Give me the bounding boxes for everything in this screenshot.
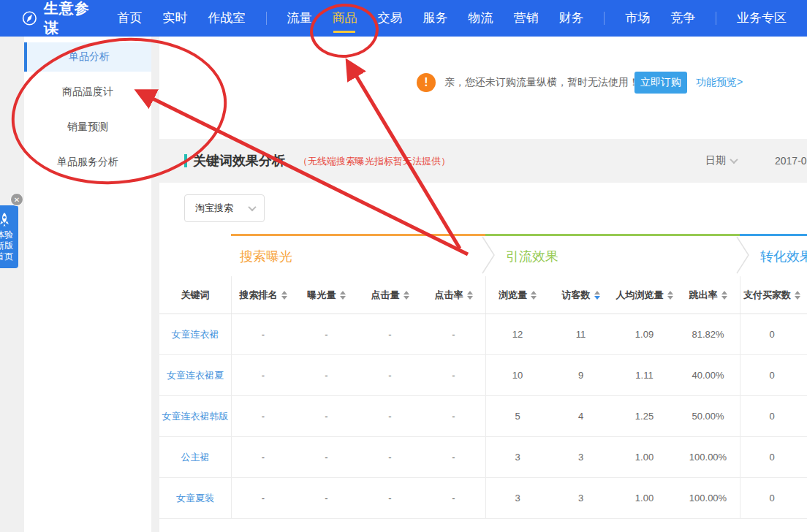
keyword-link[interactable]: 女童连衣裙韩版 <box>159 396 231 436</box>
nav-item-finance[interactable]: 财务 <box>558 0 583 37</box>
nav-item-competition[interactable]: 竞争 <box>670 0 695 37</box>
sidebar: 单品分析 商品温度计 销量预测 单品服务分析 <box>24 37 151 532</box>
chevron-down-icon <box>730 156 738 164</box>
column-header-label: 浏览量 <box>499 289 527 302</box>
cell-value: - <box>295 478 358 518</box>
search-source-dropdown[interactable]: 淘宝搜索 <box>184 194 265 222</box>
cell-value: - <box>295 437 358 477</box>
nav-item-realtime[interactable]: 实时 <box>163 0 188 37</box>
cell-value: - <box>231 478 295 518</box>
cell-value: 0 <box>740 437 803 477</box>
rocket-icon <box>0 212 12 228</box>
cell-value: 50.00% <box>676 396 740 436</box>
cell-value: 3 <box>549 437 613 477</box>
keyword-table: 搜索曝光 引流效果 转化效果 关键词 搜索排名 曝光量 点击量 点击率 浏览量 … <box>159 234 807 519</box>
keyword-link[interactable]: 公主裙 <box>159 437 231 477</box>
subscription-notice: ! 亲，您还未订购流量纵横，暂时无法使用！ 立即订购 功能预览> <box>159 64 807 101</box>
sort-icon <box>795 291 800 300</box>
keyword-link[interactable]: 女童夏装 <box>159 478 231 518</box>
cell-value: 100.00% <box>676 478 740 518</box>
cell-clipped <box>803 396 807 436</box>
cell-value: - <box>231 314 295 354</box>
nav-item-logistics[interactable]: 物流 <box>468 0 493 37</box>
main-panel: ! 亲，您还未订购流量纵横，暂时无法使用！ 立即订购 功能预览> 关键词效果分析… <box>159 37 807 532</box>
cell-value: 1.11 <box>613 355 676 395</box>
date-label: 日期 <box>705 154 726 167</box>
nav-item-warroom[interactable]: 作战室 <box>208 0 246 37</box>
date-value: 2017-0 <box>775 155 807 167</box>
cell-value: 0 <box>740 478 803 518</box>
keyword-link[interactable]: 女童连衣裙夏 <box>159 355 231 395</box>
column-header-label: 人均浏览量 <box>616 289 664 302</box>
column-header-label: 访客数 <box>562 289 591 302</box>
top-nav: 生意参谋 首页 实时 作战室 流量 商品 交易 服务 物流 营销 财务 市场 竞… <box>0 0 807 37</box>
cell-value: 5 <box>485 396 549 436</box>
sidebar-item-item-service-analysis[interactable]: 单品服务分析 <box>24 148 151 177</box>
brand-name: 生意参谋 <box>44 0 93 38</box>
column-header-exposure[interactable]: 曝光量 <box>295 276 358 314</box>
column-header-label: 搜索排名 <box>240 289 278 302</box>
cell-clipped <box>803 437 807 477</box>
table-row: 女童夏装 - - - - 3 3 1.00 100.00% 0 <box>159 478 807 519</box>
new-version-badge[interactable]: 体验 新版 首页 <box>0 205 18 268</box>
cell-value: 1.09 <box>613 314 676 354</box>
table-group-row: 搜索曝光 引流效果 转化效果 <box>159 234 807 276</box>
column-header-visitors[interactable]: 访客数 <box>549 276 613 314</box>
cell-value: 11 <box>549 314 613 354</box>
table-header-row: 关键词 搜索排名 曝光量 点击量 点击率 浏览量 访客数 人均浏览量 跳出率 支… <box>159 276 807 314</box>
column-header-avg-pageviews[interactable]: 人均浏览量 <box>613 276 676 314</box>
feature-preview-link[interactable]: 功能预览> <box>696 76 743 89</box>
badge-line: 首页 <box>0 251 13 262</box>
keyword-link[interactable]: 女童连衣裙 <box>159 314 231 354</box>
section-header: 关键词效果分析 （无线端搜索曝光指标暂无法提供） 日期 2017-0 <box>159 139 807 183</box>
column-header-clipped <box>803 276 807 314</box>
column-header-search-rank[interactable]: 搜索排名 <box>231 276 295 314</box>
nav-item-business-zone[interactable]: 业务专区 <box>737 0 787 37</box>
sort-icon-active <box>594 291 600 300</box>
sort-icon <box>340 291 346 300</box>
nav-item-trade[interactable]: 交易 <box>377 0 402 37</box>
column-header-bounce-rate[interactable]: 跳出率 <box>676 276 740 314</box>
order-now-button[interactable]: 立即订购 <box>634 72 687 94</box>
sidebar-item-sales-forecast[interactable]: 销量预测 <box>24 113 151 142</box>
cell-clipped <box>803 478 807 518</box>
notice-text: 亲，您还未订购流量纵横，暂时无法使用！ <box>444 76 639 89</box>
cell-value: - <box>231 355 295 395</box>
sidebar-item-item-analysis[interactable]: 单品分析 <box>24 42 151 72</box>
nav-item-market[interactable]: 市场 <box>625 0 650 37</box>
cell-value: 100.00% <box>676 437 740 477</box>
sort-icon <box>281 291 287 300</box>
date-selector[interactable]: 日期 <box>705 154 737 167</box>
sort-icon <box>404 291 409 300</box>
nav-item-traffic[interactable]: 流量 <box>287 0 311 37</box>
close-icon[interactable]: ✕ <box>10 193 23 206</box>
cell-value: - <box>422 396 485 436</box>
sidebar-item-product-thermometer[interactable]: 商品温度计 <box>24 77 151 107</box>
column-header-ctr[interactable]: 点击率 <box>422 276 485 314</box>
cell-value: - <box>295 396 358 436</box>
chevron-down-icon <box>248 203 256 211</box>
column-header-paid-buyers[interactable]: 支付买家数 <box>740 276 803 314</box>
brand[interactable]: 生意参谋 <box>22 0 93 38</box>
column-header-keyword: 关键词 <box>159 276 231 314</box>
column-header-label: 跳出率 <box>689 289 718 302</box>
cell-value: - <box>358 314 422 354</box>
nav-item-home[interactable]: 首页 <box>118 0 143 37</box>
cell-clipped <box>803 355 807 395</box>
cell-value: 1.00 <box>613 437 676 477</box>
nav-item-service[interactable]: 服务 <box>423 0 447 37</box>
column-header-pageviews[interactable]: 浏览量 <box>485 276 549 314</box>
nav-item-marketing[interactable]: 营销 <box>513 0 538 37</box>
column-header-clicks[interactable]: 点击量 <box>358 276 422 314</box>
cell-value: 10 <box>485 355 549 395</box>
warning-icon: ! <box>417 73 436 92</box>
sort-icon <box>531 291 537 300</box>
column-header-label: 支付买家数 <box>743 289 791 302</box>
nav-divider <box>266 12 267 25</box>
group-separator-chevron <box>481 234 497 276</box>
cell-value: 0 <box>740 396 803 436</box>
table-row: 女童连衣裙夏 - - - - 10 9 1.11 40.00% 0 <box>159 355 807 396</box>
cell-value: - <box>422 437 485 477</box>
nav-item-product[interactable]: 商品 <box>332 0 357 37</box>
cell-value: 3 <box>485 437 549 477</box>
